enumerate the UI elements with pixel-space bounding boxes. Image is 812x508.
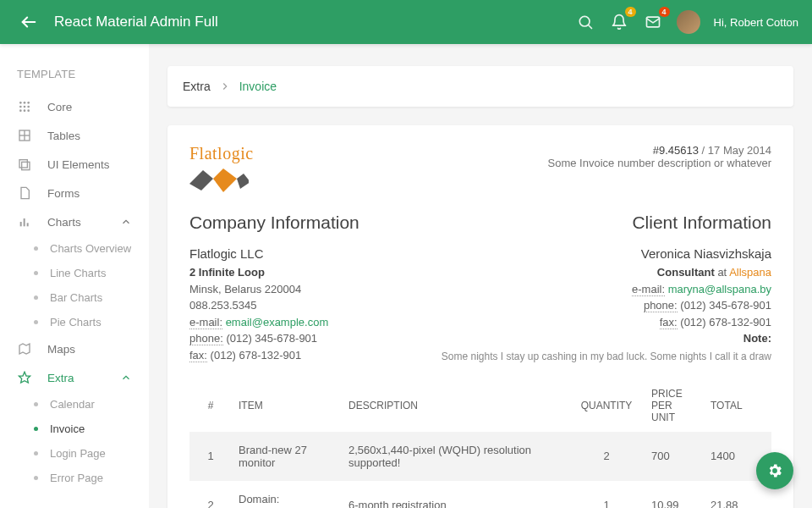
svg-point-10	[19, 109, 22, 112]
th-ppu: PRICE PER UNIT	[645, 379, 704, 432]
breadcrumb: Extra Invoice	[167, 66, 793, 107]
main-content: Extra Invoice Flatlogic #9.45613 / 17 Ma…	[149, 44, 812, 508]
invoice-number: #9.45613	[653, 144, 699, 157]
sidebar-item-label: Maps	[47, 343, 75, 356]
company-logo: Flatlogic	[189, 144, 254, 194]
table-icon	[17, 128, 32, 143]
client-phone: (012) 345-678-901	[680, 299, 771, 312]
svg-point-12	[27, 109, 30, 112]
sidebar-sub-line-charts[interactable]: Line Charts	[0, 261, 149, 285]
sidebar-item-extra[interactable]: Extra	[0, 363, 149, 392]
logo-icon	[189, 167, 249, 194]
invoice-meta: #9.45613 / 17 May 2014 Some Invoice numb…	[548, 144, 771, 169]
company-tel: 088.253.5345	[189, 297, 359, 314]
sidebar-item-label: Tables	[47, 130, 80, 142]
th-total: TOTAL	[704, 379, 771, 432]
star-icon	[17, 370, 32, 385]
bell-icon	[611, 14, 628, 30]
sidebar-item-label: Core	[47, 101, 72, 113]
notifications-button[interactable]: 4	[609, 12, 629, 32]
svg-point-6	[27, 102, 30, 104]
svg-marker-25	[237, 174, 249, 189]
svg-line-2	[588, 25, 591, 29]
brand-name: Flatlogic	[189, 144, 254, 163]
svg-point-8	[24, 106, 26, 108]
sidebar-sub-charts-overview[interactable]: Charts Overview	[0, 236, 149, 261]
mail-badge: 4	[659, 7, 670, 17]
sidebar-sub-pie-charts[interactable]: Pie Charts	[0, 310, 149, 334]
sidebar-item-core[interactable]: Core	[0, 92, 149, 121]
arrow-left-icon	[19, 13, 38, 31]
sidebar-item-tables[interactable]: Tables	[0, 121, 149, 150]
client-note: Some nights I stay up cashing in my bad …	[442, 349, 771, 364]
invoice-card: Flatlogic #9.45613 / 17 May 2014 Some In…	[167, 125, 793, 508]
client-info-heading: Client Information	[442, 209, 771, 236]
svg-rect-17	[22, 162, 30, 169]
app-header: React Material Admin Full 4 4 Hi, Robert…	[0, 0, 812, 44]
invoice-table: # ITEM DESCRIPTION QUANTITY PRICE PER UN…	[189, 379, 771, 509]
back-button[interactable]	[14, 7, 44, 37]
search-button[interactable]	[575, 12, 595, 32]
breadcrumb-root[interactable]: Extra	[183, 80, 211, 93]
svg-point-4	[19, 102, 22, 104]
sidebar-sub-error[interactable]: Error Page	[0, 466, 149, 490]
svg-rect-16	[19, 160, 27, 168]
breadcrumb-current: Invoice	[239, 80, 277, 93]
client-fax: (012) 678-132-901	[680, 316, 771, 329]
table-row: 2 Domain: okendoken.com 6-month registra…	[189, 481, 771, 509]
client-info: Client Information Veronica Niasvizhskaj…	[442, 209, 771, 364]
sidebar-item-forms[interactable]: Forms	[0, 179, 149, 207]
sidebar-item-label: Charts	[47, 216, 81, 229]
invoice-meta-desc: Some Invoice number description or whate…	[548, 157, 771, 169]
company-info-heading: Company Information	[189, 209, 359, 236]
sidebar-sub-calendar[interactable]: Calendar	[0, 392, 149, 417]
invoice-date: 17 May 2014	[708, 144, 771, 157]
gear-icon	[766, 462, 783, 479]
svg-marker-24	[213, 168, 237, 192]
svg-rect-19	[24, 218, 25, 226]
chevron-up-icon	[120, 372, 132, 384]
layers-icon	[17, 157, 32, 172]
svg-rect-20	[27, 223, 29, 226]
chevron-right-icon	[219, 80, 231, 92]
mail-button[interactable]: 4	[643, 12, 663, 32]
mail-icon	[645, 14, 661, 30]
sidebar-section-label: TEMPLATE	[0, 68, 149, 92]
settings-fab[interactable]	[756, 452, 793, 489]
table-row: 1 Brand-new 27 monitor 2,560x1,440-pixel…	[189, 432, 771, 481]
svg-marker-23	[189, 170, 213, 190]
client-note-label: Note:	[442, 330, 771, 347]
company-phone: (012) 345-678-901	[226, 332, 317, 345]
sidebar-item-maps[interactable]: Maps	[0, 334, 149, 363]
sidebar-item-charts[interactable]: Charts	[0, 207, 149, 236]
client-org[interactable]: Allspana	[729, 266, 771, 279]
svg-rect-18	[20, 222, 22, 226]
svg-marker-22	[19, 372, 30, 383]
sidebar-sub-login[interactable]: Login Page	[0, 441, 149, 466]
notif-badge: 4	[625, 7, 636, 17]
avatar[interactable]	[677, 10, 700, 34]
document-icon	[17, 185, 32, 201]
client-name: Veronica Niasvizhskaja	[442, 245, 771, 264]
company-fax: (012) 678-132-901	[211, 349, 302, 362]
bar-chart-icon	[17, 214, 32, 229]
sidebar-item-label: Extra	[47, 372, 74, 384]
sidebar-sub-invoice[interactable]: Invoice	[0, 417, 149, 441]
chevron-up-icon	[120, 216, 132, 228]
search-icon	[577, 14, 594, 30]
username: Hi, Robert Cotton	[714, 16, 798, 29]
sidebar-sub-bar-charts[interactable]: Bar Charts	[0, 285, 149, 310]
map-icon	[17, 341, 32, 356]
company-addr1: 2 Infinite Loop	[189, 264, 359, 281]
svg-point-9	[27, 106, 30, 108]
grid-icon	[17, 99, 32, 114]
company-addr2: Minsk, Belarus 220004	[189, 281, 359, 298]
sidebar: TEMPLATE Core Tables UI Elements Forms C…	[0, 44, 149, 508]
th-num: #	[189, 379, 232, 432]
svg-point-7	[19, 106, 22, 108]
company-info: Company Information Flatlogic LLC 2 Infi…	[189, 209, 359, 364]
sidebar-item-ui[interactable]: UI Elements	[0, 150, 149, 179]
svg-point-5	[24, 102, 26, 104]
company-email[interactable]: email@example.com	[226, 316, 329, 329]
client-email[interactable]: maryna@allspana.by	[668, 283, 771, 295]
